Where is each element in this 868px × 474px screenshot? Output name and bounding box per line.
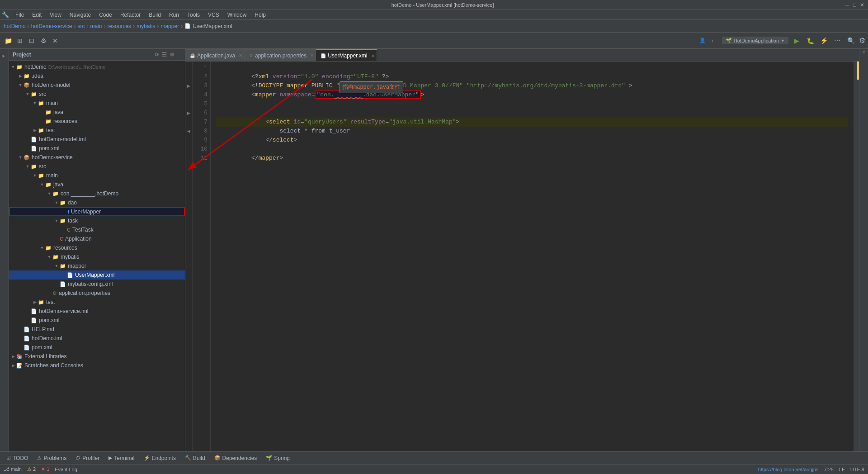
sync-icon[interactable]: ⟳	[155, 52, 159, 58]
tree-item-dao[interactable]: ▼ 📁 dao	[9, 198, 185, 207]
menu-navigate[interactable]: Navigate	[66, 11, 94, 19]
encoding[interactable]: UTF-8	[850, 467, 864, 472]
tree-item-src-model[interactable]: ▼ 📁 src	[9, 90, 185, 99]
tree-item-scratches[interactable]: ▶ 📝 Scratches and Consoles	[9, 361, 185, 370]
tab-app-properties[interactable]: ⚙ application.properties ✕	[245, 49, 316, 61]
settings-btn[interactable]: ⚙	[38, 35, 49, 46]
tab-build[interactable]: 🔨 Build	[182, 454, 208, 462]
collapse-all-btn[interactable]: ⊟	[26, 35, 37, 46]
expand-all-btn[interactable]: ⊞	[14, 35, 25, 46]
tree-item-service[interactable]: ▼ 📦 hotDemo-service	[9, 153, 185, 162]
menu-view[interactable]: View	[46, 11, 65, 19]
close-button[interactable]: ✕	[860, 2, 864, 8]
tab-spring[interactable]: 🌱 Spring	[263, 454, 292, 462]
search-btn[interactable]: 🔍	[845, 35, 856, 46]
tree-label-res-model: resources	[53, 118, 77, 124]
menu-window[interactable]: Window	[224, 11, 250, 19]
tree-item-mybatis-config[interactable]: 📄 mybatis-config.xml	[9, 280, 185, 289]
tab-close-usermapper[interactable]: ✕	[371, 53, 375, 58]
tree-item-model[interactable]: ▼ 📦 hotDemo-model	[9, 81, 185, 90]
menu-edit[interactable]: Edit	[28, 11, 45, 19]
breadcrumb-resources[interactable]: resources	[107, 23, 131, 29]
git-branch[interactable]: ⎇ main	[4, 466, 22, 472]
tree-item-help-md[interactable]: 📄 HELP.md	[9, 325, 185, 334]
menu-refactor[interactable]: Refactor	[117, 11, 144, 19]
breadcrumb-main[interactable]: main	[90, 23, 102, 29]
window-controls[interactable]: ─ □ ✕	[845, 2, 864, 8]
list-icon[interactable]: ☰	[162, 52, 167, 58]
cog-icon[interactable]: ⚙	[170, 52, 175, 58]
tree-item-pom-model[interactable]: 📄 pom.xml	[9, 144, 185, 153]
tree-item-usermapper-java[interactable]: I UserMapper	[9, 207, 185, 216]
line-sep[interactable]: LF	[839, 467, 845, 472]
project-icon[interactable]: P	[1, 52, 8, 60]
tree-item-res-model[interactable]: 📁 resources	[9, 117, 185, 126]
close-panel-btn[interactable]: ✕	[50, 35, 61, 46]
back-btn[interactable]: ←	[708, 35, 719, 46]
tree-item-app-props[interactable]: ⚙ application.properties	[9, 289, 185, 298]
tree-item-mapper-folder[interactable]: ▼ 📁 mapper	[9, 261, 185, 270]
tab-close-app-props[interactable]: ✕	[310, 53, 314, 58]
coverage-btn[interactable]: ⚡	[818, 35, 829, 46]
tree-item-test-service[interactable]: ▶ 📁 test	[9, 298, 185, 307]
tree-item-ext-libs[interactable]: ▶ 📚 External Libraries	[9, 352, 185, 361]
menu-run[interactable]: Run	[165, 11, 183, 19]
tree-item-hotdemo[interactable]: ▼ 📁 hotDemo D:\workspace\...\hotDemo	[9, 62, 185, 71]
tree-label-mapper-folder: mapper	[68, 263, 86, 269]
tree-item-task[interactable]: ▼ 📁 task	[9, 216, 185, 225]
tab-usermapper-xml[interactable]: 📄 UserMapper.xml ✕	[316, 49, 377, 61]
menu-vcs[interactable]: VCS	[204, 11, 223, 19]
tab-application-java[interactable]: ☕ Application.java ✕	[185, 49, 245, 61]
breadcrumb-src[interactable]: src	[77, 23, 85, 29]
tree-item-pom-root[interactable]: 📄 pom.xml	[9, 343, 185, 352]
tree-item-test-model[interactable]: ▶ 📁 test	[9, 126, 185, 135]
tree-item-usermapper-xml[interactable]: 📄 UserMapper.xml	[9, 270, 185, 280]
event-log[interactable]: Event Log	[55, 467, 77, 472]
tree-item-mybatis[interactable]: ▼ 📁 mybatis	[9, 252, 185, 261]
tab-endpoints[interactable]: ⚡ Endpoints	[141, 454, 179, 462]
tree-item-model-iml[interactable]: 📄 hotDemo-model.iml	[9, 135, 185, 144]
gear-btn[interactable]: ⚙	[859, 36, 865, 45]
tab-terminal[interactable]: ▶ Terminal	[106, 454, 137, 462]
menu-tools[interactable]: Tools	[184, 11, 203, 19]
tree-item-idea[interactable]: ▶ 📁 .idea	[9, 71, 185, 81]
tree-item-java-model[interactable]: 📁 java	[9, 108, 185, 117]
maximize-button[interactable]: □	[853, 2, 856, 8]
minimize-panel-icon[interactable]: ─	[177, 52, 181, 58]
tree-item-res-service[interactable]: ▼ 📁 resources	[9, 243, 185, 252]
breadcrumb-mapper[interactable]: mapper	[160, 23, 179, 29]
run-btn[interactable]: ▶	[791, 35, 802, 46]
tree-item-pom-service[interactable]: 📄 pom.xml	[9, 316, 185, 325]
tree-item-service-iml[interactable]: 📄 hotDemo-service.iml	[9, 307, 185, 316]
tree-item-testtask[interactable]: C TestTask	[9, 225, 185, 234]
tab-profiler[interactable]: ⏱ Profiler	[73, 454, 102, 462]
breadcrumb-mybatis[interactable]: mybatis	[137, 23, 155, 29]
tab-close-app-java[interactable]: ✕	[239, 53, 242, 58]
tree-item-application[interactable]: C Application	[9, 234, 185, 243]
tab-dependencies[interactable]: 📦 Dependencies	[212, 454, 260, 462]
menu-file[interactable]: File	[12, 11, 28, 19]
tree-item-hotdemo-iml[interactable]: 📄 hotDemo.iml	[9, 334, 185, 343]
right-panel-icon[interactable]: M	[862, 51, 866, 54]
minimize-button[interactable]: ─	[845, 2, 849, 8]
tree-item-com-pkg[interactable]: ▼ 📁 con.________.hotDemo	[9, 189, 185, 198]
breadcrumb-hotdemo[interactable]: hotDemo	[4, 23, 26, 29]
breadcrumb-service[interactable]: hotDemo-service	[31, 23, 72, 29]
project-view-btn[interactable]: 📁	[3, 35, 14, 46]
tree-item-src-service[interactable]: ▼ 📁 src	[9, 162, 185, 171]
menu-code[interactable]: Code	[95, 11, 116, 19]
tab-problems[interactable]: ⚠ Problems	[34, 454, 69, 462]
debug-btn[interactable]: 🐛	[805, 35, 816, 46]
url-text[interactable]: https://blog.csdn.net/auqjps	[758, 467, 819, 472]
tree-item-java-service[interactable]: ▼ 📁 java	[9, 180, 185, 189]
code-editor[interactable]: <?xml version="1.0" encoding="UTF-8" ?> …	[211, 62, 854, 451]
run-config-selector[interactable]: 🌱 HotDemoApplication ▼	[722, 37, 788, 44]
tab-todo[interactable]: ☑ TODO	[4, 454, 31, 462]
tree-item-main-service[interactable]: ▼ 📁 main	[9, 171, 185, 180]
more-btn[interactable]: ⋯	[832, 35, 843, 46]
menu-build[interactable]: Build	[145, 11, 165, 19]
tree-item-main-model[interactable]: ▼ 📁 main	[9, 99, 185, 108]
menu-help[interactable]: Help	[251, 11, 269, 19]
error-count[interactable]: ✕ 1	[41, 466, 49, 472]
warning-count[interactable]: ⚠ 2	[27, 466, 36, 472]
